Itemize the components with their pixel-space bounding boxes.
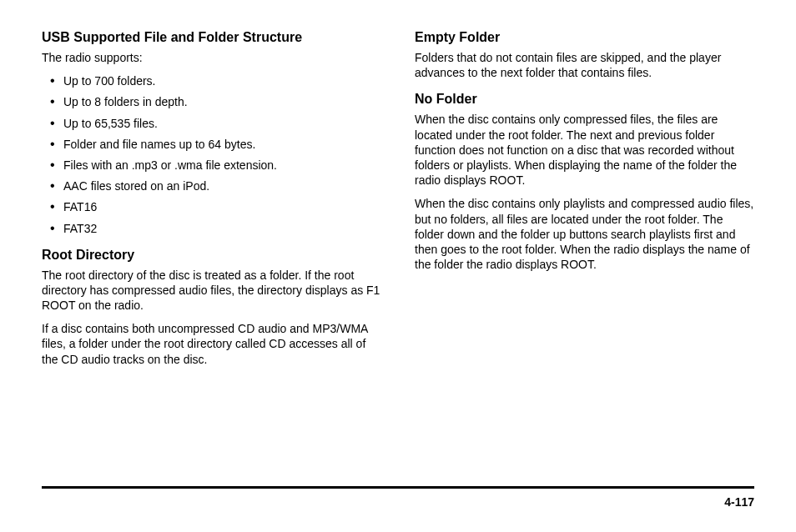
root-p2: If a disc contains both uncompressed CD … [42, 321, 381, 367]
nofolder-p2: When the disc contains only playlists an… [415, 196, 754, 272]
list-item: Up to 65,535 files. [63, 116, 381, 131]
usb-list: Up to 700 folders. Up to 8 folders in de… [42, 73, 381, 236]
list-item: Files with an .mp3 or .wma file extensio… [63, 158, 381, 173]
left-column: USB Supported File and Folder Structure … [42, 30, 381, 375]
list-item: FAT16 [63, 199, 381, 214]
list-item: FAT32 [63, 221, 381, 236]
page-number: 4-117 [42, 495, 754, 509]
list-item: Folder and file names up to 64 bytes. [63, 137, 381, 152]
root-heading: Root Directory [42, 248, 381, 263]
footer-rule [42, 486, 754, 489]
content-columns: USB Supported File and Folder Structure … [42, 30, 754, 375]
usb-intro: The radio supports: [42, 50, 381, 65]
nofolder-heading: No Folder [415, 92, 754, 107]
list-item: AAC files stored on an iPod. [63, 178, 381, 193]
list-item: Up to 700 folders. [63, 73, 381, 88]
list-item: Up to 8 folders in depth. [63, 94, 381, 109]
usb-heading: USB Supported File and Folder Structure [42, 30, 381, 45]
root-p1: The root directory of the disc is treate… [42, 268, 381, 314]
empty-p1: Folders that do not contain files are sk… [415, 50, 754, 80]
empty-heading: Empty Folder [415, 30, 754, 45]
right-column: Empty Folder Folders that do not contain… [415, 30, 754, 375]
nofolder-p1: When the disc contains only compressed f… [415, 112, 754, 188]
page-footer: 4-117 [42, 486, 754, 509]
